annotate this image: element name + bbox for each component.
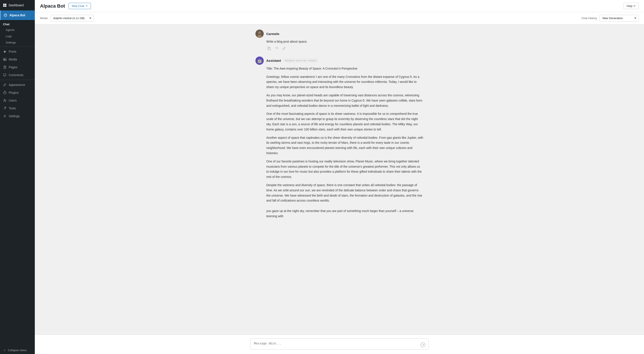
svg-rect-2 [3,5,4,7]
new-chat-label: New Chat [72,4,84,7]
help-chevron-icon [633,5,636,7]
sidebar-item-dashboard[interactable]: Dashboard [0,0,35,10]
topbar: Alpaca Bot New Chat Help [35,0,644,12]
partial-bottom: you gaze up at the night sky, remember t… [250,209,428,219]
assistant-avatar-img: 🤖 [256,56,264,65]
svg-point-16 [258,31,261,34]
alpaca-bot-label: Alpaca Bot [9,13,25,17]
model-right: Chat History New Generation [581,15,639,21]
input-area [35,335,644,354]
user-message-text: Write a blog post about space. [266,39,424,44]
assistant-avatar: 🤖 [256,56,264,65]
alpaca-icon [4,13,7,17]
assistant-para-2: One of the most fascinating aspects of s… [266,111,424,132]
brush-icon [3,83,6,86]
sidebar-divider-2 [0,80,35,80]
assistant-title-line: Title: The Awe-Inspiring Beauty of Space… [266,66,424,71]
collapse-menu-btn[interactable]: Collapse menu [0,347,35,354]
user-sender-name: Carmelo [266,32,279,36]
sidebar: Dashboard Alpaca Bot Chat Agents Logs Se… [0,0,35,354]
sidebar-item-media[interactable]: Media [0,55,35,63]
chevron-down-icon [86,5,88,7]
pin-icon [3,50,6,53]
user-message-actions [266,46,424,51]
tools-icon [3,106,6,110]
svg-rect-7 [4,58,6,60]
user-message-content: Write a blog post about space. [266,39,424,44]
chat-history-select[interactable]: New Generation [600,15,639,21]
copy-icon[interactable] [266,46,272,51]
send-button[interactable] [420,342,426,348]
sidebar-item-posts[interactable]: Posts [0,48,35,55]
svg-text:🤖: 🤖 [257,58,262,63]
model-left: Model dolphin-mistral (4.11 GB) [40,15,94,21]
media-label: Media [9,58,17,61]
dashboard-icon [3,3,6,7]
comment-icon [3,73,6,77]
main-content: Alpaca Bot New Chat Help Model dolphin-m… [35,0,644,354]
users-label: Users [9,99,17,102]
svg-rect-12 [4,92,6,94]
new-chat-button[interactable]: New Chat [68,3,91,9]
model-label: Model [40,16,48,20]
sidebar-item-settings[interactable]: Settings [0,112,35,120]
user-avatar-img [256,29,264,38]
svg-rect-18 [268,48,270,50]
page-icon [3,65,6,69]
edit-icon[interactable] [281,46,287,51]
sidebar-divider-1 [0,46,35,47]
sidebar-item-appearance[interactable]: Appearance [0,81,35,89]
assistant-para-5: Despite the vastness and diversity of sp… [266,183,424,203]
help-label: Help [626,4,632,7]
model-select[interactable]: dolphin-mistral (4.11 GB) [50,15,94,21]
svg-rect-1 [5,4,6,5]
svg-point-6 [6,15,6,16]
plugin-icon [3,91,6,94]
collapse-icon [3,349,6,352]
user-avatar [256,29,264,38]
image-icon [3,58,6,61]
help-button[interactable]: Help [623,3,639,9]
settings-icon [3,114,6,118]
assistant-message-content: Title: The Awe-Inspiring Beauty of Space… [266,66,424,203]
appearance-label: Appearance [9,83,25,86]
collapse-label: Collapse menu [8,349,27,352]
chat-area: Carmelo Write a blog post about space. [35,24,644,335]
svg-rect-0 [3,4,4,5]
assistant-model-tag: dolphin-mistral:latest [284,59,318,62]
posts-label: Posts [9,50,16,53]
pages-label: Pages [9,65,18,69]
svg-point-13 [4,99,5,100]
sidebar-item-comments[interactable]: Comments [0,71,35,79]
sidebar-item-users[interactable]: Users [0,96,35,104]
chat-history-label: Chat History [581,16,597,20]
sidebar-item-pages[interactable]: Pages [0,63,35,71]
chat-inner: Carmelo Write a blog post about space. [250,29,428,203]
svg-point-5 [5,15,5,16]
comments-label: Comments [9,73,24,77]
assistant-para-1: As you may know, our planet-sized heads … [266,93,424,108]
assistant-message-header: 🤖 Assistant dolphin-mistral:latest [256,56,424,65]
svg-point-4 [4,14,7,17]
svg-point-14 [4,116,6,117]
users-icon [3,99,6,102]
page-title: Alpaca Bot [40,3,65,9]
message-assistant: 🤖 Assistant dolphin-mistral:latest Title… [256,56,424,203]
message-input[interactable] [250,338,428,350]
sidebar-item-settings-chat[interactable]: Settings [0,39,35,46]
sidebar-item-agents[interactable]: Agents [0,27,35,33]
user-message-header: Carmelo [256,29,424,38]
topbar-left: Alpaca Bot New Chat [40,3,91,9]
assistant-para-0: Greetings, fellow cosmic wanderers! I am… [266,74,424,90]
sidebar-item-tools[interactable]: Tools [0,104,35,112]
sidebar-item-logs[interactable]: Logs [0,33,35,39]
input-wrapper [250,338,428,351]
assistant-sender-name: Assistant [266,59,281,62]
dashboard-label: Dashboard [9,3,24,7]
sidebar-item-plugins[interactable]: Plugins [0,89,35,96]
plugins-label: Plugins [9,91,19,94]
settings-label: Settings [9,114,20,118]
regenerate-icon[interactable] [274,46,279,51]
sidebar-item-alpaca-bot[interactable]: Alpaca Bot [0,10,35,20]
svg-point-11 [4,85,4,86]
